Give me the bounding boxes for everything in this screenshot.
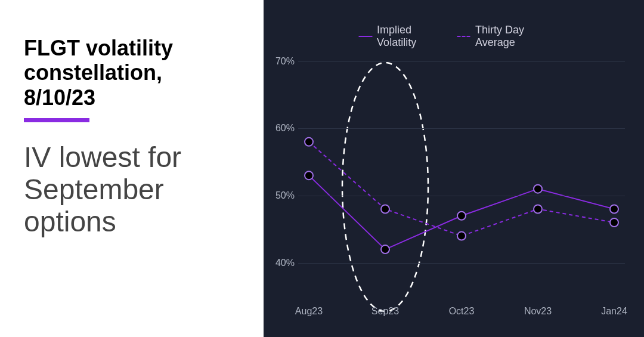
legend: Implied Volatility Thirty Day Average (359, 24, 549, 49)
svg-point-7 (381, 205, 389, 213)
x-tick: Nov23 (524, 306, 552, 317)
svg-point-8 (457, 232, 466, 240)
chart-panel: Implied Volatility Thirty Day Average 70… (264, 0, 644, 337)
svg-point-3 (457, 212, 466, 220)
legend-item-thirty-day-average: Thirty Day Average (457, 24, 549, 49)
svg-point-10 (610, 218, 618, 227)
svg-point-4 (534, 185, 542, 193)
legend-line-dashed-icon (457, 36, 470, 37)
legend-item-implied-volatility: Implied Volatility (359, 24, 439, 49)
svg-point-0 (342, 63, 428, 311)
chart-plot (298, 48, 625, 296)
legend-line-solid-icon (359, 36, 373, 37)
svg-point-2 (381, 245, 389, 253)
svg-point-1 (305, 171, 313, 180)
svg-point-5 (610, 205, 618, 213)
x-tick: Jan24 (601, 306, 627, 317)
y-tick: 50% (268, 190, 295, 201)
accent-divider (24, 118, 89, 122)
y-tick: 60% (268, 123, 295, 134)
page-subtitle: IV lowest for September options (24, 141, 240, 237)
x-tick: Aug23 (295, 306, 323, 317)
x-tick: Oct23 (449, 306, 475, 317)
y-tick: 40% (268, 258, 295, 268)
y-tick: 70% (268, 56, 295, 67)
legend-label-b: Thirty Day Average (475, 24, 549, 49)
svg-point-6 (305, 138, 313, 146)
chart-area: 70%60%50%40%Aug23Sep23Oct23Nov23Jan24 (298, 48, 625, 296)
x-tick: Sep23 (371, 306, 399, 317)
left-panel: FLGT volatility constellation, 8/10/23 I… (0, 0, 264, 337)
page-title: FLGT volatility constellation, 8/10/23 (24, 36, 240, 110)
legend-label-a: Implied Volatility (377, 24, 439, 49)
svg-point-9 (534, 205, 542, 213)
